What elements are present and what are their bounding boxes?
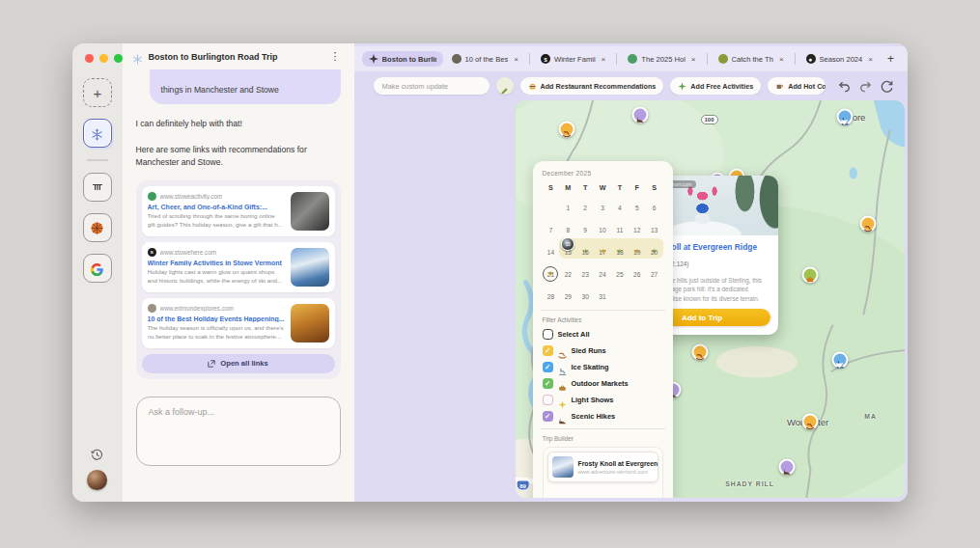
calendar-day-21[interactable]: 21 [543,260,560,281]
piano-space-button[interactable] [83,173,112,202]
google-space-button[interactable] [83,254,112,283]
calendar-day-18[interactable]: 18 [611,238,629,259]
map-pin-market[interactable] [801,267,818,284]
toolbar-button-add-restaurant-recommendations[interactable]: Add Restaurant Recommendations [520,77,664,95]
chat-messages[interactable]: things in Manchester and Stowe I can def… [123,69,354,502]
tab-season-2024[interactable]: ●Season 2024× [799,51,880,67]
calendar-day-29[interactable]: 29 [559,283,576,303]
google-g-icon [91,262,103,275]
tab-10-of-the-bes[interactable]: 10 of the Bes× [445,51,525,67]
calendar-day-14[interactable]: 14 [543,238,560,259]
trip-planner-panel: December 2025 SMTWTFS 123456789101112131… [533,161,673,498]
map-pin-sled[interactable] [558,122,574,138]
calendar-day-22[interactable]: 22 [559,260,576,281]
calendar-day-2[interactable]: 2 [576,194,594,214]
selected-day-avatar[interactable]: 15 [561,237,574,251]
refresh-icon[interactable] [880,79,894,94]
select-all-row[interactable]: Select All [543,329,663,340]
day-number: 22 [565,270,572,281]
tab-close-icon[interactable]: × [691,55,696,64]
more-options-icon[interactable]: ⋮ [326,49,345,64]
tab-close-icon[interactable]: × [779,55,784,64]
link-card[interactable]: www.stoweactivity.comArt, Cheer, and One… [142,186,335,236]
calendar-day-24[interactable]: 24 [594,260,611,281]
calendar-day-7[interactable]: 7 [543,216,560,236]
calendar-day-31[interactable]: 31 [594,283,611,303]
link-card[interactable]: www.edmundexplores.com10 of the Best Hol… [142,298,335,348]
calendar-day-27[interactable]: 27 [646,260,663,281]
calendar-day-26[interactable]: 26 [629,260,646,281]
trip-space-button[interactable] [83,119,112,148]
map-pin-skate[interactable] [836,109,853,125]
day-activity-mark-icon [547,263,554,270]
calendar-day-23[interactable]: 23 [576,260,594,281]
link-card-text: www.stoweactivity.comArt, Cheer, and One… [148,192,285,231]
tab-favicon-icon: s [541,54,550,64]
user-avatar[interactable] [87,470,107,490]
history-icon[interactable] [91,448,103,460]
calendar-day-16[interactable]: 16 [576,238,594,259]
new-tab-button[interactable]: + [882,52,900,66]
day-activity-mark-icon [565,197,572,204]
custom-update-input[interactable] [374,77,490,95]
edit-button[interactable] [496,77,514,95]
filter-row-ice-skating[interactable]: Ice Skating [543,362,663,372]
undo-icon[interactable] [837,79,852,94]
filter-row-light-shows[interactable]: Light Shows [543,395,663,405]
followup-input[interactable] [136,397,341,466]
tab-catch-the-th[interactable]: Catch the Th× [712,51,791,67]
tab-the-2025-hol[interactable]: The 2025 Hol× [621,51,702,67]
map-pin-sled[interactable] [691,344,708,361]
filter-row-sled-runs[interactable]: Sled Runs [543,345,663,356]
calendar-grid: 1234567891011121314151516171819202122232… [543,194,663,303]
calendar-day-30[interactable]: 30 [576,283,594,303]
calendar-day-15[interactable]: 1515 [559,238,576,259]
calendar-day-13[interactable]: 13 [646,216,663,236]
map-pin-sled[interactable] [801,414,818,430]
toolbar-button-add-hot-co[interactable]: Add Hot Co [768,77,826,95]
tab-close-icon[interactable]: × [514,55,518,64]
calendar-day-4[interactable]: 4 [611,194,629,214]
filter-checkbox[interactable] [543,378,553,389]
calendar-day-12[interactable]: 12 [629,216,646,236]
link-card[interactable]: swww.stowehere.comWinter Family Activiti… [142,242,335,292]
calendar-day-28[interactable]: 28 [543,283,560,303]
calendar-day-3[interactable]: 3 [594,194,611,214]
calendar-day-9[interactable]: 9 [576,216,594,236]
filter-checkbox[interactable] [543,345,553,356]
trip-builder-item[interactable]: Frosty Knoll at Evergreen www.adventure-… [547,452,658,482]
map-pin-skate[interactable] [831,352,848,369]
map-pin-hike[interactable] [778,459,795,476]
select-all-checkbox[interactable] [543,329,553,340]
calendar-day-5[interactable]: 5 [629,194,646,214]
calendar-day-11[interactable]: 11 [611,216,629,236]
toolbar-button-add-free-activities[interactable]: Add Free Activities [670,77,761,95]
filter-checkbox[interactable] [543,362,553,372]
calendar-day-1[interactable]: 1 [559,194,576,214]
tab-boston-to-burlin[interactable]: Boston to Burlin [362,51,443,67]
redo-icon[interactable] [858,79,873,94]
new-space-button[interactable]: + [83,78,112,107]
filter-checkbox[interactable] [543,395,553,405]
tab-close-icon[interactable]: × [868,55,873,64]
filter-checkbox[interactable] [543,411,553,422]
map[interactable]: WEST BRANCHStoweLOWER VILLAGEWATERBURY C… [516,100,905,498]
tab-winter-famil[interactable]: sWinter Famil× [534,51,612,67]
close-button[interactable] [85,54,94,63]
map-pin-hike[interactable] [631,107,648,123]
calendar-day-10[interactable]: 10 [594,216,611,236]
link-card-description: The holiday season is officially upon us… [148,324,285,342]
tab-close-icon[interactable]: × [602,55,606,64]
open-all-links-button[interactable]: Open all links [142,354,335,373]
map-pin-sled[interactable] [859,216,876,233]
calendar-day-25[interactable]: 25 [611,260,629,281]
filter-row-outdoor-markets[interactable]: Outdoor Markets [543,378,663,389]
calendar-day-19[interactable]: 19 [629,238,646,259]
calendar-day-20[interactable]: 20 [646,238,663,259]
calendar-day-6[interactable]: 6 [646,194,663,214]
calendar-day-17[interactable]: 17 [594,238,611,259]
filter-row-scenic-hikes[interactable]: Scenic Hikes [543,411,663,422]
calendar-day-8[interactable]: 8 [559,216,576,236]
minimize-button[interactable] [99,54,108,63]
sports-space-button[interactable] [83,213,112,242]
